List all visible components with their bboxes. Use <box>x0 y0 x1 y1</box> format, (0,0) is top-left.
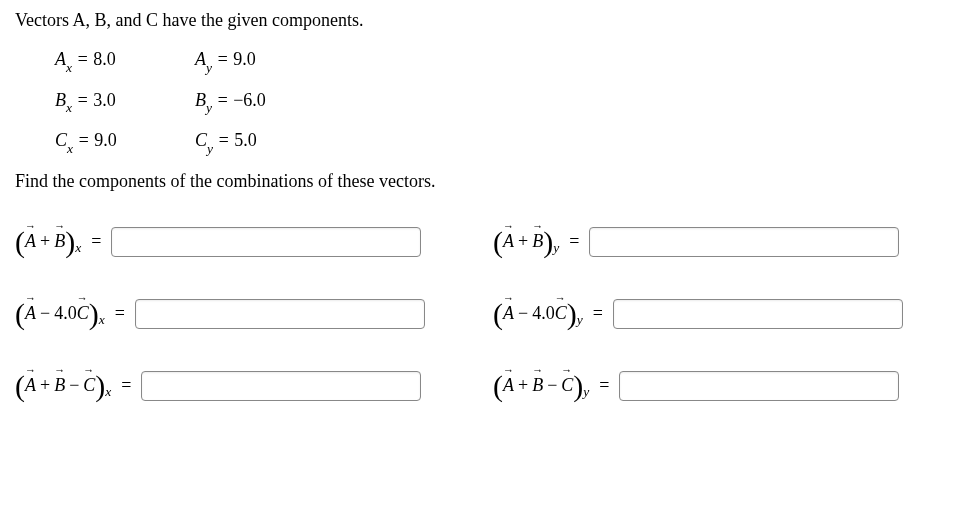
answer-abc-x: ( A+B−C )x = <box>15 371 463 401</box>
input-ab-y[interactable] <box>589 227 899 257</box>
c-x: Cx = 9.0 <box>55 130 155 155</box>
answer-a4c-x: ( A−4.0C )x = <box>15 299 463 329</box>
c-y: Cy = 5.0 <box>195 130 295 155</box>
answer-ab-y: ( A+B )y = <box>493 227 941 257</box>
answers-block: ( A+B )x = ( A+B )y = ( A−4.0C )x = <box>15 227 941 401</box>
input-ab-x[interactable] <box>111 227 421 257</box>
answer-ab-x: ( A+B )x = <box>15 227 463 257</box>
answer-a4c-y: ( A−4.0C )y = <box>493 299 941 329</box>
input-a4c-y[interactable] <box>613 299 903 329</box>
intro-text: Vectors A, B, and C have the given compo… <box>15 10 941 31</box>
components-block: Ax = 8.0 Ay = 9.0 Bx = 3.0 By = −6.0 Cx … <box>55 49 941 155</box>
component-row-a: Ax = 8.0 Ay = 9.0 <box>55 49 941 74</box>
b-y: By = −6.0 <box>195 90 295 115</box>
answer-row-1: ( A+B )x = ( A+B )y = <box>15 227 941 257</box>
input-a4c-x[interactable] <box>135 299 425 329</box>
instruction-text: Find the components of the combinations … <box>15 171 941 192</box>
a-y: Ay = 9.0 <box>195 49 295 74</box>
answer-row-2: ( A−4.0C )x = ( A−4.0C )y = <box>15 299 941 329</box>
a-x: Ax = 8.0 <box>55 49 155 74</box>
b-x: Bx = 3.0 <box>55 90 155 115</box>
component-row-b: Bx = 3.0 By = −6.0 <box>55 90 941 115</box>
component-row-c: Cx = 9.0 Cy = 5.0 <box>55 130 941 155</box>
answer-row-3: ( A+B−C )x = ( A+B−C )y = <box>15 371 941 401</box>
input-abc-y[interactable] <box>619 371 899 401</box>
answer-abc-y: ( A+B−C )y = <box>493 371 941 401</box>
input-abc-x[interactable] <box>141 371 421 401</box>
